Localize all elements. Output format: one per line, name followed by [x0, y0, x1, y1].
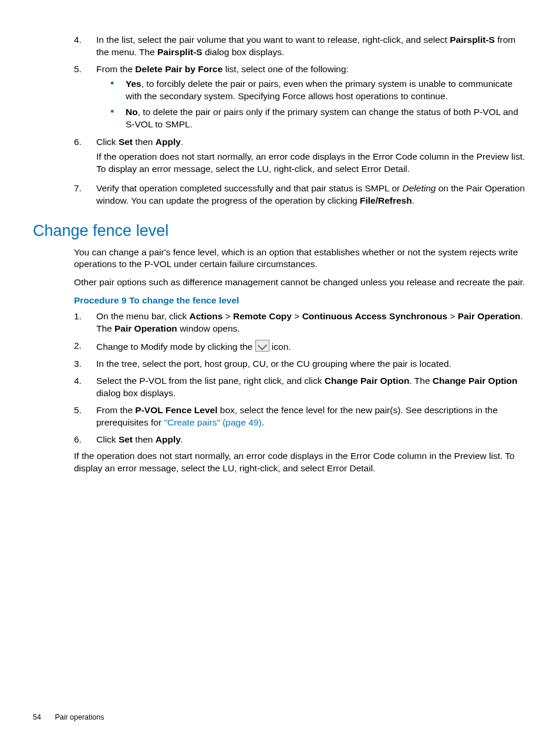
section-heading-change-fence-level: Change fence level	[33, 220, 527, 241]
step-4: 4. Select the P-VOL from the list pane, …	[74, 375, 527, 402]
step-number: 5.	[74, 404, 96, 431]
step-body: Verify that operation completed successf…	[96, 183, 527, 210]
step-number: 3.	[74, 358, 96, 373]
step-number: 4.	[74, 375, 96, 402]
step-body: Click Set then Apply. If the operation d…	[96, 136, 527, 178]
step-number: 6.	[74, 434, 96, 448]
step-7: 7. Verify that operation completed succe…	[74, 183, 527, 210]
bullet-icon: •	[110, 78, 126, 103]
step-body: Click Set then Apply.	[96, 434, 527, 448]
bullet-icon: •	[110, 106, 126, 131]
option-yes: • Yes, to forcibly delete the pair or pa…	[110, 78, 527, 103]
section-intro: You can change a pair's fence level, whi…	[74, 247, 527, 289]
step-6: 6. Click Set then Apply.	[74, 434, 527, 448]
release-pair-steps: 4. In the list, select the pair volume t…	[74, 34, 527, 210]
step-5: 5. From the Delete Pair by Force list, s…	[74, 63, 527, 134]
step-5: 5. From the P-VOL Fence Level box, selec…	[74, 404, 527, 431]
step-number: 5.	[74, 63, 96, 134]
step-body: On the menu bar, click Actions > Remote …	[96, 310, 527, 337]
step-number: 4.	[74, 34, 96, 61]
step-3: 3. In the tree, select the port, host gr…	[74, 358, 527, 373]
step-2: 2. Change to Modify mode by clicking the…	[74, 340, 527, 356]
step-number: 7.	[74, 183, 96, 210]
delete-force-options: • Yes, to forcibly delete the pair or pa…	[110, 78, 527, 131]
step-body: From the P-VOL Fence Level box, select t…	[96, 404, 527, 431]
closing-note: If the operation does not start normally…	[74, 450, 527, 475]
change-fence-steps: 1. On the menu bar, click Actions > Remo…	[74, 310, 527, 448]
step-number: 1.	[74, 310, 96, 337]
step-number: 2.	[74, 340, 96, 356]
step-body: In the tree, select the port, host group…	[96, 358, 527, 373]
modify-mode-icon	[255, 340, 269, 352]
step-6: 6. Click Set then Apply. If the operatio…	[74, 136, 527, 178]
option-no: • No, to delete the pair or pairs only i…	[110, 106, 527, 131]
step-number: 6.	[74, 136, 96, 178]
step-body: Change to Modify mode by clicking the ic…	[96, 340, 527, 356]
step-body: Select the P-VOL from the list pane, rig…	[96, 375, 527, 402]
step-1: 1. On the menu bar, click Actions > Remo…	[74, 310, 527, 337]
procedure-title: Procedure 9 To change the fence level	[74, 295, 527, 307]
step-body: From the Delete Pair by Force list, sele…	[96, 63, 527, 134]
step-4: 4. In the list, select the pair volume t…	[74, 34, 527, 61]
create-pairs-link[interactable]: "Create pairs" (page 49)	[164, 417, 261, 427]
step-body: In the list, select the pair volume that…	[96, 34, 527, 61]
